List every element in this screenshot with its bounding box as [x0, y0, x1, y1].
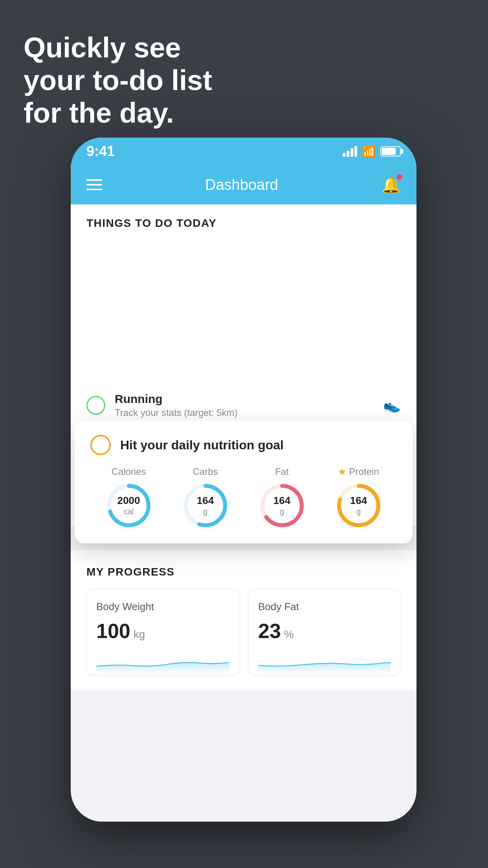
notification-dot [397, 174, 402, 180]
fat-label: Fat [275, 466, 289, 477]
todo-text-running: Running Track your stats (target: 5km) [115, 392, 374, 418]
calories-unit: cal [124, 508, 134, 516]
todo-title-running: Running [115, 392, 374, 406]
status-bar: 9:41 📶 [71, 138, 416, 165]
protein-value: 164 [350, 495, 367, 507]
weight-number: 100 [96, 619, 130, 643]
progress-card-fat-title: Body Fat [258, 601, 391, 613]
things-to-do-header: THINGS TO DO TODAY [71, 204, 416, 236]
headline-line1: Quickly see [24, 31, 212, 64]
carbs-unit: g [203, 508, 207, 516]
main-content: THINGS TO DO TODAY Hit your daily nutrit… [71, 204, 416, 690]
calories-value: 2000 [117, 495, 140, 507]
progress-card-fat[interactable]: Body Fat 23 % [248, 589, 401, 675]
weight-unit: kg [134, 628, 145, 641]
protein-label: ★ Protein [338, 466, 379, 477]
hamburger-menu[interactable] [86, 179, 102, 190]
content-scroll: THINGS TO DO TODAY Hit your daily nutrit… [71, 204, 416, 822]
nutrition-card: Hit your daily nutrition goal Calories [75, 421, 413, 543]
protein-unit: g [356, 508, 361, 516]
fat-donut: 164 g [259, 482, 306, 529]
nav-title: Dashboard [205, 177, 278, 193]
fat-number: 23 [258, 619, 281, 643]
fat-value: 164 [273, 495, 290, 507]
card-header: Hit your daily nutrition goal [90, 435, 397, 455]
nutrition-grid: Calories 2000 cal [90, 466, 397, 529]
battery-icon [380, 146, 401, 156]
calories-label: Calories [111, 466, 146, 477]
notification-bell[interactable]: 🔔 [381, 176, 401, 194]
status-time: 9:41 [86, 143, 115, 160]
fat-unit: g [280, 508, 284, 516]
nutrition-fat: Fat 164 g [259, 466, 306, 529]
nutrition-protein: ★ Protein 164 g [335, 466, 382, 529]
calories-donut: 2000 cal [105, 482, 152, 529]
star-icon: ★ [338, 466, 347, 477]
nutrition-calories: Calories 2000 cal [105, 466, 152, 529]
weight-chart [96, 651, 229, 674]
carbs-label: Carbs [193, 466, 218, 477]
fat-unit-pct: % [284, 628, 294, 641]
protein-donut: 164 g [335, 482, 382, 529]
running-icon: 👟 [383, 397, 401, 414]
nav-bar: Dashboard 🔔 [71, 165, 416, 204]
headline-line3: for the day. [24, 97, 212, 129]
progress-section: MY PROGRESS Body Weight 100 kg [71, 550, 416, 690]
headline: Quickly see your to-do list for the day. [24, 31, 212, 129]
progress-card-weight[interactable]: Body Weight 100 kg [86, 589, 239, 675]
card-spacer [71, 370, 416, 381]
carbs-donut: 164 g [182, 482, 229, 529]
todo-sub-running: Track your stats (target: 5km) [115, 407, 374, 418]
fat-chart [258, 651, 391, 674]
task-circle-nutrition [90, 435, 111, 455]
nutrition-carbs: Carbs 164 g [182, 466, 229, 529]
progress-weight-value: 100 kg [96, 619, 229, 643]
todo-circle-running [86, 396, 105, 415]
progress-card-weight-title: Body Weight [96, 601, 229, 613]
wifi-icon: 📶 [362, 145, 376, 158]
headline-line2: your to-do list [24, 64, 212, 97]
progress-grid: Body Weight 100 kg [86, 589, 401, 675]
progress-header: MY PROGRESS [86, 566, 401, 578]
signal-icon [343, 146, 357, 157]
floating-card-container: Hit your daily nutrition goal Calories [83, 236, 405, 370]
carbs-value: 164 [197, 495, 214, 507]
nutrition-card-title: Hit your daily nutrition goal [120, 438, 284, 452]
status-icons: 📶 [343, 145, 401, 158]
progress-fat-value: 23 % [258, 619, 391, 643]
phone-mockup: 9:41 📶 Dashboard 🔔 THINGS TO DO T [71, 138, 416, 822]
